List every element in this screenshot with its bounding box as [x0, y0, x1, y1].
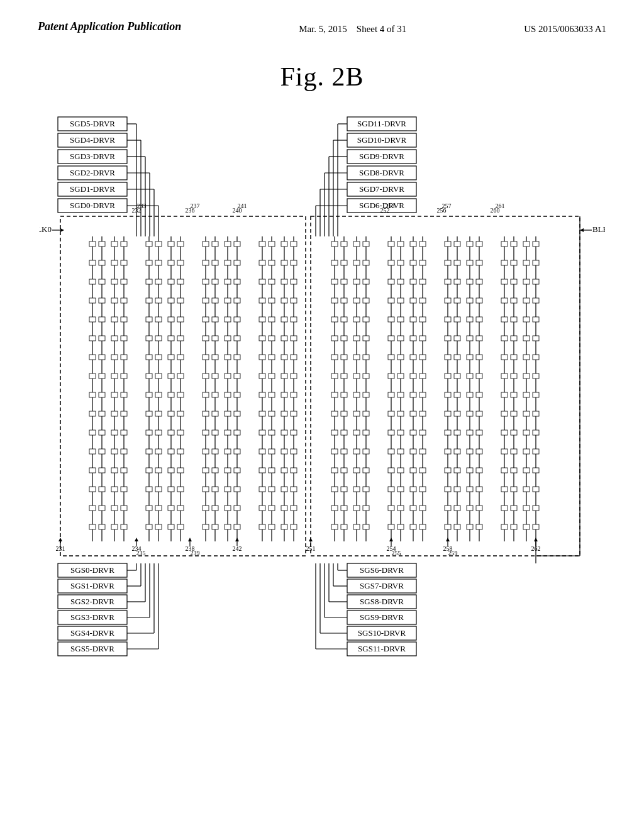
- svg-rect-384: [353, 411, 360, 416]
- svg-rect-263: [234, 374, 240, 379]
- svg-rect-178: [168, 374, 174, 379]
- svg-rect-253: [225, 506, 231, 511]
- svg-rect-387: [353, 468, 360, 473]
- svg-rect-69: [89, 241, 96, 246]
- svg-text:SGD11-DRVR: SGD11-DRVR: [357, 119, 406, 128]
- svg-rect-277: [259, 317, 265, 322]
- svg-rect-524: [467, 487, 473, 492]
- svg-rect-67: [311, 216, 580, 556]
- svg-rect-437: [397, 449, 404, 454]
- svg-rect-128: [121, 392, 127, 397]
- svg-rect-371: [341, 487, 347, 492]
- svg-rect-264: [234, 392, 240, 397]
- svg-rect-505: [454, 449, 460, 454]
- svg-rect-169: [155, 524, 162, 529]
- svg-rect-87: [99, 260, 105, 265]
- svg-rect-126: [121, 355, 127, 360]
- svg-text:SGS6-DRVR: SGS6-DRVR: [360, 565, 404, 575]
- svg-marker-644: [389, 538, 393, 541]
- svg-rect-315: [281, 392, 287, 397]
- svg-rect-84: [89, 524, 96, 529]
- svg-rect-545: [501, 241, 508, 246]
- svg-rect-571: [511, 411, 517, 416]
- svg-rect-322: [281, 524, 287, 529]
- svg-rect-243: [225, 317, 231, 322]
- svg-rect-486: [445, 411, 451, 416]
- svg-text:BLK0: BLK0: [39, 224, 52, 234]
- svg-rect-98: [99, 468, 105, 473]
- svg-rect-428: [397, 279, 404, 284]
- svg-rect-457: [410, 506, 416, 511]
- svg-rect-298: [269, 392, 275, 397]
- svg-rect-120: [121, 241, 127, 246]
- svg-rect-423: [388, 506, 394, 511]
- svg-rect-260: [234, 317, 240, 322]
- svg-rect-207: [203, 279, 209, 284]
- svg-rect-316: [281, 411, 287, 416]
- svg-rect-229: [212, 374, 218, 379]
- svg-rect-122: [121, 279, 127, 284]
- svg-text:235: 235: [136, 550, 146, 556]
- svg-rect-404: [363, 468, 369, 473]
- svg-rect-227: [212, 336, 218, 341]
- svg-rect-375: [353, 241, 360, 246]
- svg-rect-470: [419, 430, 426, 435]
- svg-rect-92: [99, 355, 105, 360]
- svg-rect-247: [225, 392, 231, 397]
- svg-rect-434: [397, 392, 404, 397]
- svg-rect-307: [281, 241, 287, 246]
- svg-text:SGS9-DRVR: SGS9-DRVR: [360, 612, 404, 622]
- svg-rect-577: [511, 524, 517, 529]
- svg-rect-218: [203, 487, 209, 492]
- diagram: text { font-family: 'Times New Roman', T…: [39, 111, 605, 777]
- svg-rect-276: [259, 298, 265, 303]
- svg-rect-515: [467, 317, 473, 322]
- svg-rect-591: [523, 468, 530, 473]
- svg-rect-108: [111, 336, 118, 341]
- svg-rect-166: [155, 468, 162, 473]
- svg-rect-83: [89, 506, 96, 511]
- svg-rect-185: [168, 506, 174, 511]
- svg-rect-554: [501, 411, 508, 416]
- svg-rect-270: [234, 506, 240, 511]
- svg-rect-500: [454, 355, 460, 360]
- svg-rect-344: [331, 298, 338, 303]
- svg-rect-426: [397, 241, 404, 246]
- svg-rect-101: [99, 524, 105, 529]
- svg-text:SGD7-DRVR: SGD7-DRVR: [359, 184, 404, 194]
- svg-rect-93: [99, 374, 105, 379]
- svg-rect-124: [121, 317, 127, 322]
- svg-rect-224: [212, 279, 218, 284]
- svg-rect-129: [121, 411, 127, 416]
- svg-rect-596: [533, 241, 539, 246]
- svg-rect-150: [146, 487, 152, 492]
- svg-rect-160: [155, 355, 162, 360]
- svg-text:255: 255: [392, 550, 401, 556]
- svg-rect-548: [501, 298, 508, 303]
- svg-rect-175: [168, 317, 174, 322]
- svg-rect-145: [146, 392, 152, 397]
- svg-rect-115: [111, 468, 118, 473]
- svg-rect-112: [111, 411, 118, 416]
- svg-rect-287: [259, 506, 265, 511]
- svg-rect-212: [203, 374, 209, 379]
- svg-rect-78: [89, 411, 96, 416]
- svg-rect-472: [419, 468, 426, 473]
- svg-rect-540: [476, 468, 482, 473]
- svg-rect-511: [467, 241, 473, 246]
- svg-rect-514: [467, 298, 473, 303]
- svg-text:SGD5-DRVR: SGD5-DRVR: [70, 119, 115, 128]
- svg-rect-579: [523, 241, 530, 246]
- svg-rect-382: [353, 374, 360, 379]
- svg-rect-446: [410, 298, 416, 303]
- svg-rect-539: [476, 449, 482, 454]
- svg-rect-451: [410, 392, 416, 397]
- svg-rect-400: [363, 392, 369, 397]
- svg-rect-75: [89, 355, 96, 360]
- svg-text:BLK1: BLK1: [592, 224, 605, 234]
- svg-rect-599: [533, 298, 539, 303]
- svg-rect-143: [146, 355, 152, 360]
- svg-rect-588: [523, 411, 530, 416]
- svg-rect-348: [331, 374, 338, 379]
- svg-text:SGD0-DRVR: SGD0-DRVR: [70, 201, 115, 210]
